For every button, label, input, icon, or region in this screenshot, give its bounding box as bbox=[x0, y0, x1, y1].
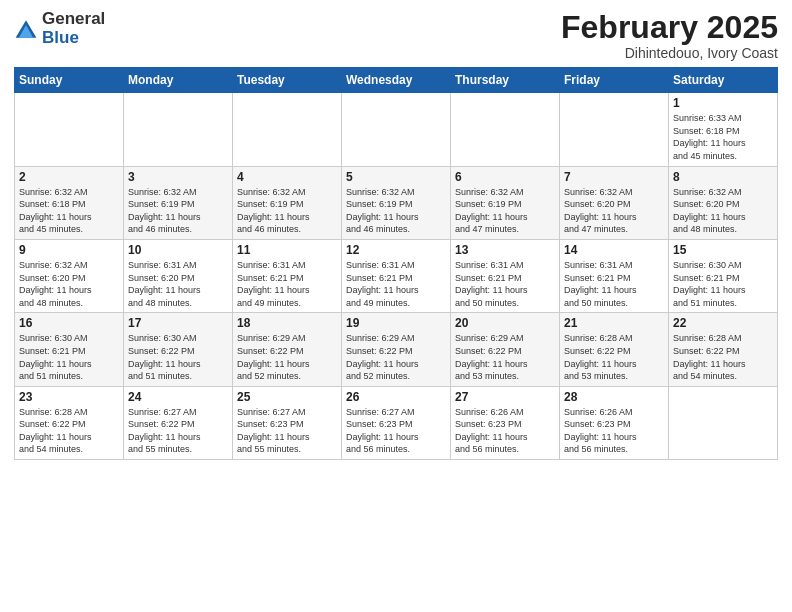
day-info: Sunrise: 6:30 AM Sunset: 6:22 PM Dayligh… bbox=[128, 332, 228, 382]
day-number: 9 bbox=[19, 243, 119, 257]
calendar-cell: 8Sunrise: 6:32 AM Sunset: 6:20 PM Daylig… bbox=[669, 166, 778, 239]
calendar-cell: 26Sunrise: 6:27 AM Sunset: 6:23 PM Dayli… bbox=[342, 386, 451, 459]
calendar-week-row: 23Sunrise: 6:28 AM Sunset: 6:22 PM Dayli… bbox=[15, 386, 778, 459]
calendar-cell bbox=[124, 93, 233, 166]
calendar-cell: 9Sunrise: 6:32 AM Sunset: 6:20 PM Daylig… bbox=[15, 239, 124, 312]
title-block: February 2025 Dihintedouo, Ivory Coast bbox=[561, 10, 778, 61]
calendar-cell: 7Sunrise: 6:32 AM Sunset: 6:20 PM Daylig… bbox=[560, 166, 669, 239]
day-of-week-header: Wednesday bbox=[342, 68, 451, 93]
logo-general: General bbox=[42, 10, 105, 29]
calendar-cell: 5Sunrise: 6:32 AM Sunset: 6:19 PM Daylig… bbox=[342, 166, 451, 239]
day-info: Sunrise: 6:32 AM Sunset: 6:18 PM Dayligh… bbox=[19, 186, 119, 236]
day-info: Sunrise: 6:31 AM Sunset: 6:21 PM Dayligh… bbox=[346, 259, 446, 309]
day-info: Sunrise: 6:32 AM Sunset: 6:19 PM Dayligh… bbox=[237, 186, 337, 236]
day-of-week-header: Sunday bbox=[15, 68, 124, 93]
day-info: Sunrise: 6:30 AM Sunset: 6:21 PM Dayligh… bbox=[673, 259, 773, 309]
day-of-week-header: Thursday bbox=[451, 68, 560, 93]
day-info: Sunrise: 6:27 AM Sunset: 6:23 PM Dayligh… bbox=[237, 406, 337, 456]
day-info: Sunrise: 6:29 AM Sunset: 6:22 PM Dayligh… bbox=[346, 332, 446, 382]
calendar-cell: 21Sunrise: 6:28 AM Sunset: 6:22 PM Dayli… bbox=[560, 313, 669, 386]
calendar-cell bbox=[560, 93, 669, 166]
day-number: 12 bbox=[346, 243, 446, 257]
day-number: 20 bbox=[455, 316, 555, 330]
location: Dihintedouo, Ivory Coast bbox=[561, 45, 778, 61]
day-info: Sunrise: 6:31 AM Sunset: 6:20 PM Dayligh… bbox=[128, 259, 228, 309]
calendar-cell: 16Sunrise: 6:30 AM Sunset: 6:21 PM Dayli… bbox=[15, 313, 124, 386]
calendar-cell: 15Sunrise: 6:30 AM Sunset: 6:21 PM Dayli… bbox=[669, 239, 778, 312]
day-number: 28 bbox=[564, 390, 664, 404]
calendar-cell: 17Sunrise: 6:30 AM Sunset: 6:22 PM Dayli… bbox=[124, 313, 233, 386]
day-of-week-header: Saturday bbox=[669, 68, 778, 93]
calendar-header-row: SundayMondayTuesdayWednesdayThursdayFrid… bbox=[15, 68, 778, 93]
day-info: Sunrise: 6:26 AM Sunset: 6:23 PM Dayligh… bbox=[564, 406, 664, 456]
logo-text: General Blue bbox=[42, 10, 105, 47]
calendar-cell: 20Sunrise: 6:29 AM Sunset: 6:22 PM Dayli… bbox=[451, 313, 560, 386]
calendar-cell: 10Sunrise: 6:31 AM Sunset: 6:20 PM Dayli… bbox=[124, 239, 233, 312]
day-number: 25 bbox=[237, 390, 337, 404]
day-info: Sunrise: 6:32 AM Sunset: 6:20 PM Dayligh… bbox=[564, 186, 664, 236]
calendar-cell: 28Sunrise: 6:26 AM Sunset: 6:23 PM Dayli… bbox=[560, 386, 669, 459]
calendar-cell: 3Sunrise: 6:32 AM Sunset: 6:19 PM Daylig… bbox=[124, 166, 233, 239]
day-number: 11 bbox=[237, 243, 337, 257]
calendar-cell: 4Sunrise: 6:32 AM Sunset: 6:19 PM Daylig… bbox=[233, 166, 342, 239]
page: General Blue February 2025 Dihintedouo, … bbox=[0, 0, 792, 612]
calendar-cell: 23Sunrise: 6:28 AM Sunset: 6:22 PM Dayli… bbox=[15, 386, 124, 459]
day-number: 16 bbox=[19, 316, 119, 330]
day-info: Sunrise: 6:28 AM Sunset: 6:22 PM Dayligh… bbox=[564, 332, 664, 382]
day-number: 14 bbox=[564, 243, 664, 257]
day-info: Sunrise: 6:27 AM Sunset: 6:22 PM Dayligh… bbox=[128, 406, 228, 456]
calendar-cell: 18Sunrise: 6:29 AM Sunset: 6:22 PM Dayli… bbox=[233, 313, 342, 386]
day-info: Sunrise: 6:30 AM Sunset: 6:21 PM Dayligh… bbox=[19, 332, 119, 382]
day-info: Sunrise: 6:29 AM Sunset: 6:22 PM Dayligh… bbox=[455, 332, 555, 382]
day-of-week-header: Friday bbox=[560, 68, 669, 93]
day-number: 23 bbox=[19, 390, 119, 404]
day-info: Sunrise: 6:31 AM Sunset: 6:21 PM Dayligh… bbox=[564, 259, 664, 309]
logo: General Blue bbox=[14, 10, 105, 47]
calendar-cell: 24Sunrise: 6:27 AM Sunset: 6:22 PM Dayli… bbox=[124, 386, 233, 459]
calendar-cell: 19Sunrise: 6:29 AM Sunset: 6:22 PM Dayli… bbox=[342, 313, 451, 386]
day-info: Sunrise: 6:26 AM Sunset: 6:23 PM Dayligh… bbox=[455, 406, 555, 456]
day-number: 2 bbox=[19, 170, 119, 184]
day-of-week-header: Tuesday bbox=[233, 68, 342, 93]
day-info: Sunrise: 6:28 AM Sunset: 6:22 PM Dayligh… bbox=[673, 332, 773, 382]
day-number: 22 bbox=[673, 316, 773, 330]
logo-icon bbox=[14, 17, 38, 41]
day-of-week-header: Monday bbox=[124, 68, 233, 93]
day-info: Sunrise: 6:32 AM Sunset: 6:20 PM Dayligh… bbox=[673, 186, 773, 236]
day-number: 6 bbox=[455, 170, 555, 184]
calendar-cell bbox=[342, 93, 451, 166]
day-number: 3 bbox=[128, 170, 228, 184]
day-number: 8 bbox=[673, 170, 773, 184]
header: General Blue February 2025 Dihintedouo, … bbox=[14, 10, 778, 61]
day-info: Sunrise: 6:33 AM Sunset: 6:18 PM Dayligh… bbox=[673, 112, 773, 162]
day-number: 10 bbox=[128, 243, 228, 257]
day-number: 4 bbox=[237, 170, 337, 184]
calendar-cell: 13Sunrise: 6:31 AM Sunset: 6:21 PM Dayli… bbox=[451, 239, 560, 312]
calendar-cell: 25Sunrise: 6:27 AM Sunset: 6:23 PM Dayli… bbox=[233, 386, 342, 459]
day-number: 13 bbox=[455, 243, 555, 257]
day-info: Sunrise: 6:32 AM Sunset: 6:19 PM Dayligh… bbox=[346, 186, 446, 236]
day-number: 5 bbox=[346, 170, 446, 184]
day-info: Sunrise: 6:32 AM Sunset: 6:19 PM Dayligh… bbox=[455, 186, 555, 236]
day-info: Sunrise: 6:29 AM Sunset: 6:22 PM Dayligh… bbox=[237, 332, 337, 382]
calendar-cell: 2Sunrise: 6:32 AM Sunset: 6:18 PM Daylig… bbox=[15, 166, 124, 239]
day-info: Sunrise: 6:27 AM Sunset: 6:23 PM Dayligh… bbox=[346, 406, 446, 456]
calendar-week-row: 16Sunrise: 6:30 AM Sunset: 6:21 PM Dayli… bbox=[15, 313, 778, 386]
day-info: Sunrise: 6:32 AM Sunset: 6:19 PM Dayligh… bbox=[128, 186, 228, 236]
day-number: 15 bbox=[673, 243, 773, 257]
calendar-cell bbox=[15, 93, 124, 166]
month-year: February 2025 bbox=[561, 10, 778, 45]
calendar: SundayMondayTuesdayWednesdayThursdayFrid… bbox=[14, 67, 778, 460]
calendar-cell: 27Sunrise: 6:26 AM Sunset: 6:23 PM Dayli… bbox=[451, 386, 560, 459]
day-info: Sunrise: 6:28 AM Sunset: 6:22 PM Dayligh… bbox=[19, 406, 119, 456]
logo-blue: Blue bbox=[42, 29, 105, 48]
day-number: 27 bbox=[455, 390, 555, 404]
calendar-week-row: 9Sunrise: 6:32 AM Sunset: 6:20 PM Daylig… bbox=[15, 239, 778, 312]
calendar-cell: 14Sunrise: 6:31 AM Sunset: 6:21 PM Dayli… bbox=[560, 239, 669, 312]
day-info: Sunrise: 6:31 AM Sunset: 6:21 PM Dayligh… bbox=[455, 259, 555, 309]
day-number: 17 bbox=[128, 316, 228, 330]
calendar-cell: 1Sunrise: 6:33 AM Sunset: 6:18 PM Daylig… bbox=[669, 93, 778, 166]
day-number: 21 bbox=[564, 316, 664, 330]
calendar-cell: 12Sunrise: 6:31 AM Sunset: 6:21 PM Dayli… bbox=[342, 239, 451, 312]
day-number: 26 bbox=[346, 390, 446, 404]
